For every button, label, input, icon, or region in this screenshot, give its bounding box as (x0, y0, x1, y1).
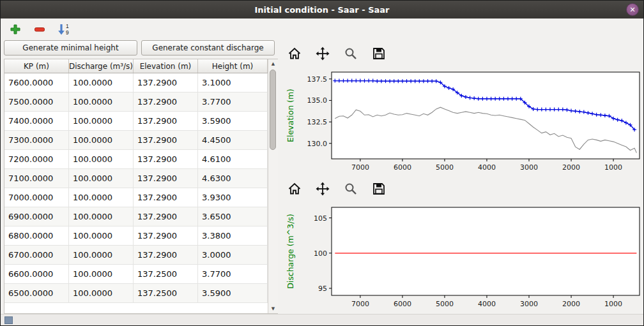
table-cell[interactable]: 100.0000 (69, 169, 134, 188)
table-cell[interactable]: 3.3800 (198, 226, 268, 245)
table-row[interactable]: 6500.0000100.0000137.25003.5900 (4, 284, 268, 303)
home-button[interactable] (286, 45, 303, 62)
generate-constant-discharge-button[interactable]: Generate constant discharge (141, 40, 275, 56)
table-cell[interactable]: 100.0000 (69, 93, 134, 111)
sort-ascending-icon: 1 9 (57, 22, 71, 36)
plots-panel: 137.5135.0132.5130.070006000500040003000… (278, 19, 643, 314)
scroll-up-arrow[interactable]: ▲ (268, 59, 278, 68)
table-cell[interactable]: 3.5900 (198, 112, 268, 130)
column-header[interactable]: KP (m) (4, 59, 69, 73)
table-cell[interactable]: 7000.0000 (4, 188, 69, 207)
table-cell[interactable]: 100.0000 (69, 150, 134, 168)
table-cell[interactable]: 7300.0000 (4, 131, 69, 149)
table-cell[interactable]: 137.2900 (134, 73, 198, 92)
close-button[interactable]: ✕ (626, 3, 639, 16)
svg-text:6000: 6000 (394, 163, 411, 172)
table-cell[interactable]: 100.0000 (69, 226, 134, 245)
svg-text:Discharge (m^3/s): Discharge (m^3/s) (286, 214, 295, 289)
table-cell[interactable]: 3.9300 (198, 188, 268, 207)
table-cell[interactable]: 137.2900 (134, 188, 198, 207)
generate-buttons-row: Generate minimal height Generate constan… (1, 40, 278, 59)
svg-text:3000: 3000 (520, 163, 538, 172)
table-row[interactable]: 7500.0000100.0000137.29003.7700 (4, 93, 268, 112)
table-cell[interactable]: 137.2900 (134, 93, 198, 111)
table-cell[interactable]: 137.2900 (134, 246, 198, 264)
table-cell[interactable]: 100.0000 (69, 207, 134, 226)
table-cell[interactable]: 137.2900 (134, 112, 198, 130)
save-button[interactable] (370, 181, 388, 197)
table-cell[interactable]: 7200.0000 (4, 150, 69, 168)
column-header[interactable]: Elevation (m) (134, 59, 198, 73)
table-cell[interactable]: 137.2900 (134, 150, 198, 168)
zoom-button[interactable] (342, 45, 360, 62)
scrollbar-track[interactable] (268, 68, 278, 304)
table-row[interactable]: 7200.0000100.0000137.29004.6100 (4, 150, 268, 169)
pan-button[interactable] (314, 45, 332, 62)
scrollbar-thumb[interactable] (270, 70, 276, 150)
table-row[interactable]: 7300.0000100.0000137.29004.4500 (4, 131, 268, 150)
table-cell[interactable]: 100.0000 (69, 131, 134, 149)
main-content: 1 9 Generate minimal height Generate con… (1, 19, 643, 314)
table-cell[interactable]: 7100.0000 (4, 169, 69, 188)
svg-text:1: 1 (66, 23, 69, 29)
table-cell[interactable]: 6800.0000 (4, 226, 69, 245)
table-cell[interactable]: 137.2900 (134, 131, 198, 149)
svg-text:5000: 5000 (436, 163, 454, 172)
svg-text:105: 105 (314, 214, 327, 223)
table-cell[interactable]: 4.4500 (198, 131, 268, 149)
table-cell[interactable]: 100.0000 (69, 73, 134, 92)
app-window: Initial condition - Saar - Saar ✕ (0, 0, 644, 326)
column-header[interactable]: Height (m) (198, 59, 268, 73)
vertical-scrollbar[interactable]: ▲ ▼ (268, 59, 278, 313)
table-cell[interactable]: 3.1000 (198, 73, 268, 92)
sort-button[interactable]: 1 9 (56, 21, 72, 38)
table-cell[interactable]: 3.5900 (198, 284, 268, 302)
table-cell[interactable]: 137.2900 (134, 207, 198, 226)
table-cell[interactable]: 100.0000 (69, 112, 134, 130)
table-cell[interactable]: 137.2500 (134, 284, 198, 302)
table-cell[interactable]: 100.0000 (69, 284, 134, 302)
title-bar[interactable]: Initial condition - Saar - Saar ✕ (1, 1, 643, 19)
table-cell[interactable]: 6700.0000 (4, 246, 69, 264)
elevation-plot-toolbar (283, 44, 643, 63)
table-cell[interactable]: 7600.0000 (4, 73, 69, 92)
table-cell[interactable]: 6500.0000 (4, 284, 69, 302)
save-icon (372, 47, 386, 61)
table-cell[interactable]: 4.6300 (198, 169, 268, 188)
table-cell[interactable]: 6600.0000 (4, 265, 69, 283)
zoom-button[interactable] (342, 181, 360, 197)
column-header[interactable]: Discharge (m³/s) (69, 59, 134, 73)
table-row[interactable]: 6600.0000100.0000137.25003.7700 (4, 265, 268, 284)
table-cell[interactable]: 137.2500 (134, 265, 198, 283)
table-cell[interactable]: 100.0000 (69, 188, 134, 207)
table-cell[interactable]: 3.7700 (198, 265, 268, 283)
scroll-down-arrow[interactable]: ▼ (268, 304, 278, 313)
discharge-plot[interactable]: 105100957000600050004000300020001000Disc… (283, 204, 643, 312)
home-button[interactable] (286, 181, 303, 197)
pan-button[interactable] (314, 181, 332, 197)
table-row[interactable]: 6900.0000100.0000137.29003.6500 (4, 207, 268, 226)
table-cell[interactable]: 3.7700 (198, 93, 268, 111)
table-row[interactable]: 6700.0000100.0000137.29003.0000 (4, 246, 268, 265)
generate-minimal-height-button[interactable]: Generate minimal height (4, 40, 137, 56)
remove-row-button[interactable] (31, 21, 48, 38)
table-cell[interactable]: 7400.0000 (4, 112, 69, 130)
table-cell[interactable]: 7500.0000 (4, 93, 69, 111)
add-row-button[interactable] (7, 21, 24, 38)
table-cell[interactable]: 6900.0000 (4, 207, 69, 226)
table-row[interactable]: 7600.0000100.0000137.29003.1000 (4, 73, 268, 93)
table-cell[interactable]: 4.6100 (198, 150, 268, 168)
resize-grip[interactable] (4, 316, 13, 324)
table-cell[interactable]: 137.2900 (134, 169, 198, 188)
save-button[interactable] (370, 45, 388, 62)
elevation-plot[interactable]: 137.5135.0132.5130.070006000500040003000… (283, 68, 643, 175)
table-cell[interactable]: 137.2900 (134, 226, 198, 245)
table-row[interactable]: 7000.0000100.0000137.29003.9300 (4, 188, 268, 207)
table-cell[interactable]: 100.0000 (69, 265, 134, 283)
table-row[interactable]: 7100.0000100.0000137.29004.6300 (4, 169, 268, 188)
table-cell[interactable]: 3.6500 (198, 207, 268, 226)
table-row[interactable]: 7400.0000100.0000137.29003.5900 (4, 112, 268, 131)
table-cell[interactable]: 100.0000 (69, 246, 134, 264)
table-cell[interactable]: 3.0000 (198, 246, 268, 264)
table-row[interactable]: 6800.0000100.0000137.29003.3800 (4, 226, 268, 246)
